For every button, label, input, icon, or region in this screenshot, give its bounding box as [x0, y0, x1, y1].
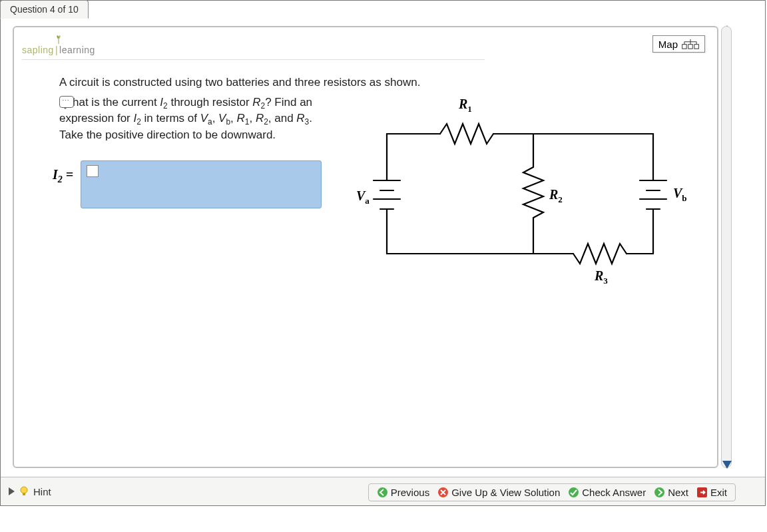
- scrollbar[interactable]: [721, 26, 732, 468]
- play-triangle-icon: [9, 487, 15, 495]
- giveup-label: Give Up & View Solution: [451, 487, 560, 498]
- svg-rect-17: [23, 493, 25, 495]
- previous-label: Previous: [391, 487, 429, 498]
- speech-bubble-icon[interactable]: [59, 96, 74, 108]
- brand-rule: [22, 59, 485, 60]
- hint-label: Hint: [33, 486, 51, 497]
- question-prompt: hat is the current I2 through resistor R…: [59, 95, 339, 143]
- question-tab: Question 4 of 10: [0, 0, 89, 19]
- svg-rect-1: [688, 45, 693, 49]
- previous-icon: [377, 487, 388, 498]
- svg-point-20: [569, 487, 579, 497]
- svg-rect-0: [682, 45, 687, 49]
- svg-point-18: [378, 487, 387, 497]
- answer-variable-label: I2 =: [53, 152, 77, 182]
- exit-icon: [696, 487, 708, 498]
- exit-button[interactable]: Exit: [694, 487, 730, 498]
- next-button[interactable]: Next: [651, 487, 691, 498]
- next-label: Next: [668, 487, 688, 498]
- question-intro: A circuit is constructed using two batte…: [59, 75, 472, 91]
- brand-right: learning: [59, 45, 95, 55]
- label-Va: Va: [356, 188, 370, 206]
- giveup-icon: [437, 487, 449, 498]
- circuit-diagram: R1 R2 R3 Va Vb: [347, 94, 700, 314]
- check-icon: [568, 487, 579, 498]
- scroll-down-icon[interactable]: [721, 460, 733, 469]
- hint-button[interactable]: Hint: [9, 486, 51, 497]
- map-button[interactable]: Map: [652, 35, 705, 53]
- prompt-text: hat is the current I2 through resistor R…: [59, 96, 312, 141]
- svg-rect-2: [694, 45, 699, 49]
- map-icon: [682, 38, 699, 50]
- next-icon: [654, 487, 665, 498]
- answer-input-box[interactable]: [81, 160, 322, 208]
- label-Vb: Vb: [673, 186, 687, 204]
- nav-cluster: Previous Give Up & View Solution Check A…: [368, 483, 736, 501]
- answer-slot[interactable]: [87, 165, 99, 177]
- brand-logo: sapling |learning: [22, 45, 95, 55]
- question-frame: Question 4 of 10 Map sapling |l: [0, 0, 766, 506]
- check-label: Check Answer: [582, 487, 646, 498]
- brand-left: sapling: [22, 45, 54, 55]
- label-R2: R2: [549, 187, 563, 205]
- check-answer-button[interactable]: Check Answer: [565, 487, 648, 498]
- lightbulb-icon: [19, 486, 29, 497]
- giveup-button[interactable]: Give Up & View Solution: [435, 487, 563, 498]
- exit-label: Exit: [710, 487, 727, 498]
- svg-point-16: [21, 487, 27, 493]
- leaf-icon: [54, 35, 63, 45]
- label-R3: R3: [595, 268, 608, 286]
- previous-button[interactable]: Previous: [374, 487, 432, 498]
- label-R1: R1: [459, 97, 472, 115]
- svg-point-21: [654, 487, 664, 497]
- map-button-label: Map: [658, 39, 678, 50]
- content-area: Map sapling |learning A circuit: [13, 26, 718, 468]
